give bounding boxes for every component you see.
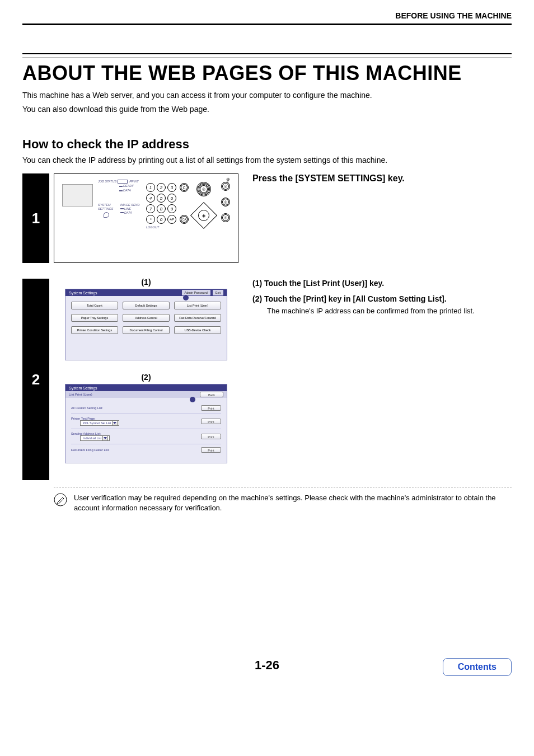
total-count-button: Total Count <box>71 302 118 309</box>
default-settings-button: Default Settings <box>123 302 170 309</box>
key-5: 5 <box>157 194 166 203</box>
panel-logout-label: LOGOUT <box>146 226 159 229</box>
screen-1-title: System Settings <box>69 291 97 295</box>
rule-top <box>22 24 512 25</box>
print-button-3: Print <box>201 434 221 439</box>
contents-button[interactable]: Contents <box>443 658 512 676</box>
key-4: 4 <box>146 194 155 203</box>
big-round-button: ◎ <box>196 182 211 196</box>
list-print-screen: System Settings List Print (User) Back A… <box>65 384 227 463</box>
key-8: 8 <box>157 204 166 213</box>
bullet-2-head: Touch the [Print] key in [All Custom Set… <box>264 294 447 303</box>
section-rule-thick <box>22 53 512 54</box>
step-1-title: Press the [SYSTEM SETTINGS] key. <box>252 173 512 184</box>
intro-line-1: This machine has a Web server, and you c… <box>22 90 512 101</box>
screen-1-wrap: (1) System Settings Admin Password Exit … <box>54 279 238 360</box>
clear-key: C <box>180 183 189 192</box>
printer-condition-button: Printer Condition Settings <box>71 326 118 334</box>
right-side-buttons: ◎ ◎ ◎ <box>221 182 230 222</box>
sublead: You can check the IP address by printing… <box>22 155 512 166</box>
paper-tray-button: Paper Tray Settings <box>71 314 118 322</box>
key-9: 9 <box>167 204 176 213</box>
ca-key: CA <box>180 215 189 224</box>
screen-2-titlebar: System Settings <box>65 384 227 391</box>
print-button-4: Print <box>201 447 221 453</box>
page-title: ABOUT THE WEB PAGES OF THIS MACHINE <box>22 62 512 84</box>
print-button-2: Print <box>201 419 221 424</box>
screen-2-subtitlebar: List Print (User) Back <box>65 391 227 398</box>
page-number: 1-26 <box>255 658 279 672</box>
intro-line-2: You can also download this guide from th… <box>22 104 512 115</box>
side-btn-3: ◎ <box>221 213 230 222</box>
row-doc-filing: Document Filing Folder List: <box>71 448 201 452</box>
numeric-keypad: 1 2 3 4 5 6 7 8 9 * 0 #/P <box>146 183 176 224</box>
step-1: 1 JOB STATUS PRINT READY DATA SYSTEM SET… <box>22 173 512 263</box>
screen-2-title: System Settings <box>69 386 97 390</box>
screen-1-titlebar: System Settings Admin Password Exit <box>65 289 227 296</box>
side-btn-2: ◎ <box>221 198 230 206</box>
press-pointer-icon <box>104 212 109 218</box>
panel-system-settings-label: SYSTEM SETTINGS <box>98 203 114 211</box>
control-panel-illustration: JOB STATUS PRINT READY DATA SYSTEM SETTI… <box>54 173 238 263</box>
back-button: Back <box>200 392 223 397</box>
diamond-control: ◈ <box>190 202 217 229</box>
side-btn-1: ◎ <box>221 182 230 191</box>
fax-data-button: Fax Data Receive/Forward <box>174 314 221 322</box>
panel-display <box>62 184 93 206</box>
key-6: 6 <box>167 194 176 203</box>
exit-button: Exit <box>213 290 223 295</box>
key-hash: #/P <box>167 215 176 224</box>
screen-2-wrap: (2) System Settings List Print (User) Ba… <box>54 374 238 463</box>
callout-1-dot <box>183 295 189 300</box>
pencil-icon <box>54 493 67 506</box>
list-print-user-button: List Print (User) <box>174 302 221 309</box>
panel-image-send-labels: IMAGE SEND LINE DATA <box>120 203 140 215</box>
key-star: * <box>146 215 155 224</box>
step-number-1: 1 <box>22 173 49 263</box>
page-footer: 1-26 Contents <box>22 658 512 673</box>
bullet-2-body: The machine's IP address can be confirme… <box>267 307 512 315</box>
note-separator <box>54 487 512 487</box>
step-2: 2 (1) System Settings Admin Password Exi… <box>22 279 512 480</box>
extra-key-column: C CA <box>180 183 189 224</box>
step-number-2: 2 <box>22 279 49 480</box>
section-rule-thin <box>22 58 512 58</box>
screen-2-subtitle: List Print (User) <box>69 393 92 396</box>
printer-test-select: PCL Symbol Set List <box>80 420 119 426</box>
key-1: 1 <box>146 183 155 192</box>
sending-addr-select: Individual List <box>80 435 110 441</box>
callout-1-label: (1) <box>141 278 151 287</box>
print-button-1: Print <box>201 405 221 411</box>
key-3: 3 <box>167 183 176 192</box>
key-2: 2 <box>157 183 166 192</box>
row-all-custom: All Custom Setting List: <box>71 406 201 410</box>
usb-device-check-button: USB-Device Check <box>174 326 221 334</box>
system-settings-screen: System Settings Admin Password Exit Tota… <box>65 289 227 360</box>
note-row: User verification may be required depend… <box>54 493 512 513</box>
note-text: User verification may be required depend… <box>74 493 512 513</box>
subheading-ip: How to check the IP address <box>22 137 512 152</box>
bullet-1-marker: (1) <box>252 279 262 288</box>
key-0: 0 <box>157 215 166 224</box>
bullet-2-marker: (2) <box>252 294 262 303</box>
bullet-1-head: Touch the [List Print (User)] key. <box>264 279 384 288</box>
panel-status-labels: JOB STATUS PRINT READY DATA <box>98 180 139 193</box>
callout-2-label: (2) <box>141 373 151 382</box>
address-control-button: Address Control <box>123 314 170 322</box>
chapter-subtitle: BEFORE USING THE MACHINE <box>22 11 512 20</box>
key-7: 7 <box>146 204 155 213</box>
doc-filing-control-button: Document Filing Control <box>123 326 170 334</box>
